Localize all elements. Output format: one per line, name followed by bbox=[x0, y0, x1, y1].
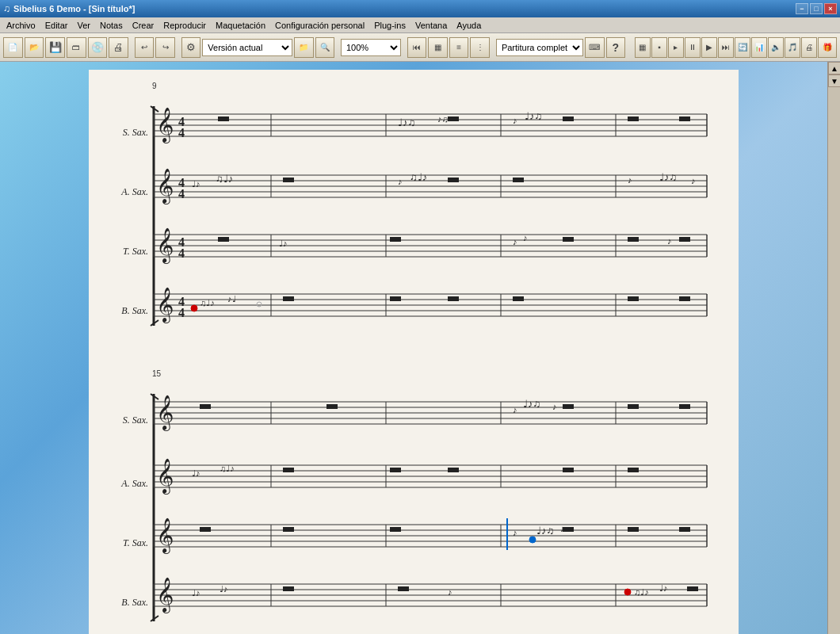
svg-text:♪: ♪ bbox=[398, 177, 403, 186]
svg-rect-24 bbox=[563, 116, 574, 121]
toolbar-icon-7[interactable]: 🔄 bbox=[735, 37, 750, 58]
title-bar: ♫ Sibelius 6 Demo - [Sin título*] − □ × bbox=[0, 0, 840, 17]
right-scroll-panel[interactable]: ▲ ▼ bbox=[827, 62, 840, 634]
score-view-select[interactable]: Partitura complet bbox=[496, 39, 583, 56]
svg-point-94 bbox=[257, 302, 262, 307]
toolbar-icon-3[interactable]: ▸ bbox=[668, 37, 684, 58]
svg-rect-100 bbox=[679, 296, 690, 301]
svg-text:A. Sax.: A. Sax. bbox=[120, 478, 148, 489]
menu-ver[interactable]: Ver bbox=[72, 19, 95, 32]
menu-editar[interactable]: Editar bbox=[40, 19, 73, 32]
svg-rect-159 bbox=[283, 527, 294, 532]
menu-ayuda[interactable]: Ayuda bbox=[452, 19, 486, 32]
redo-button[interactable]: ↪ bbox=[155, 37, 175, 58]
help-button[interactable]: ? bbox=[606, 37, 626, 58]
mixer-button[interactable]: ⋮ bbox=[470, 37, 490, 58]
svg-rect-123 bbox=[628, 404, 639, 409]
svg-text:♪: ♪ bbox=[691, 176, 696, 185]
svg-text:♩♪: ♩♪ bbox=[659, 583, 668, 593]
scroll-down-button[interactable]: ▼ bbox=[828, 74, 840, 87]
cd-button[interactable]: 💿 bbox=[88, 37, 108, 58]
menu-reproducir[interactable]: Reproducir bbox=[158, 19, 211, 32]
toolbar-icon-11[interactable]: 🖨 bbox=[801, 37, 817, 58]
svg-text:♩♪♫: ♩♪♫ bbox=[525, 110, 542, 122]
new-button[interactable]: 📄 bbox=[3, 37, 23, 58]
svg-text:♫♩♪: ♫♩♪ bbox=[410, 171, 427, 183]
svg-rect-73 bbox=[628, 237, 639, 242]
svg-rect-47 bbox=[448, 178, 459, 182]
score-page: 9 S. Sax. 𝄞 bbox=[89, 70, 739, 634]
svg-text:S. Sax.: S. Sax. bbox=[123, 127, 148, 138]
keyboard-button[interactable]: ⌨ bbox=[585, 37, 605, 58]
toolbar-icon-2[interactable]: ▪ bbox=[651, 37, 667, 58]
scroll-up-button[interactable]: ▲ bbox=[828, 62, 840, 74]
maximize-button[interactable]: □ bbox=[810, 3, 823, 14]
svg-text:♩♪♫: ♩♪♫ bbox=[536, 525, 554, 537]
toolbar-icon-4[interactable]: ⏸ bbox=[685, 37, 701, 58]
svg-text:♪: ♪ bbox=[628, 175, 632, 185]
svg-rect-72 bbox=[563, 237, 574, 242]
lines-view-button[interactable]: ≡ bbox=[449, 37, 469, 58]
svg-rect-185 bbox=[398, 586, 409, 591]
score-area[interactable]: 9 S. Sax. 𝄞 bbox=[0, 62, 827, 634]
folder-icon[interactable]: 📁 bbox=[294, 37, 314, 58]
svg-rect-141 bbox=[390, 468, 401, 472]
svg-rect-48 bbox=[513, 178, 524, 182]
svg-text:𝄞: 𝄞 bbox=[156, 577, 174, 614]
svg-text:4: 4 bbox=[178, 246, 185, 260]
svg-text:𝄞: 𝄞 bbox=[156, 518, 174, 555]
svg-rect-124 bbox=[679, 404, 690, 409]
svg-rect-168 bbox=[679, 527, 690, 532]
undo-button[interactable]: ↩ bbox=[135, 37, 155, 58]
toolbar-icon-9[interactable]: 🔈 bbox=[768, 37, 784, 58]
svg-rect-122 bbox=[563, 404, 574, 409]
svg-text:4: 4 bbox=[178, 306, 185, 319]
system-1-svg: S. Sax. 𝄞 4 4 bbox=[105, 92, 723, 353]
svg-text:♪♩: ♪♩ bbox=[227, 294, 236, 304]
svg-text:♪: ♪ bbox=[448, 587, 452, 597]
toolbar-icon-10[interactable]: 🎵 bbox=[785, 37, 800, 58]
svg-text:♫♩♪: ♫♩♪ bbox=[634, 587, 649, 597]
minimize-button[interactable]: − bbox=[796, 3, 808, 14]
system-1: 9 S. Sax. 𝄞 bbox=[105, 82, 723, 634]
print-button[interactable]: 🖨 bbox=[109, 37, 128, 58]
menu-ventana[interactable]: Ventana bbox=[410, 19, 452, 32]
svg-rect-142 bbox=[448, 468, 459, 472]
grid-view-button[interactable]: ▦ bbox=[428, 37, 448, 58]
svg-text:♫♩♪: ♫♩♪ bbox=[216, 173, 233, 185]
menu-archivo[interactable]: Archivo bbox=[2, 19, 40, 32]
svg-text:𝄞: 𝄞 bbox=[156, 168, 174, 205]
svg-rect-69 bbox=[390, 237, 401, 242]
svg-text:𝄞: 𝄞 bbox=[156, 227, 174, 265]
close-button[interactable]: × bbox=[824, 3, 837, 14]
svg-rect-140 bbox=[283, 468, 294, 472]
menu-bar: Archivo Editar Ver Notas Crear Reproduci… bbox=[0, 17, 840, 33]
svg-rect-97 bbox=[448, 296, 459, 301]
search-button[interactable]: 🔍 bbox=[315, 37, 335, 58]
svg-text:T. Sax.: T. Sax. bbox=[123, 537, 148, 548]
toolbar-icon-8[interactable]: 📊 bbox=[751, 37, 767, 58]
zoom-select[interactable]: 100% 75% 150% bbox=[341, 39, 401, 56]
menu-maquetacion[interactable]: Maquetación bbox=[211, 19, 270, 32]
svg-rect-118 bbox=[326, 404, 338, 409]
svg-text:4: 4 bbox=[178, 187, 185, 201]
svg-text:♪♫: ♪♫ bbox=[437, 114, 449, 124]
first-page-button[interactable]: ⏮ bbox=[407, 37, 427, 58]
toolbar-icon-1[interactable]: ▦ bbox=[635, 37, 651, 58]
save-button[interactable]: 💾 bbox=[45, 37, 65, 58]
version-select[interactable]: Versión actual bbox=[202, 39, 292, 56]
menu-plugins[interactable]: Plug-ins bbox=[369, 19, 410, 32]
svg-rect-117 bbox=[200, 404, 211, 409]
open-button[interactable]: 📂 bbox=[25, 37, 44, 58]
toolbar-icon-12[interactable]: 🎁 bbox=[818, 37, 837, 58]
svg-text:♩♪: ♩♪ bbox=[192, 179, 200, 189]
toolbar-icon-6[interactable]: ⏭ bbox=[718, 37, 734, 58]
menu-configuracion[interactable]: Configuración personal bbox=[270, 19, 369, 32]
save-all-button[interactable]: 🗃 bbox=[67, 37, 86, 58]
main-area: 9 S. Sax. 𝄞 bbox=[0, 62, 840, 634]
menu-notas[interactable]: Notas bbox=[95, 19, 128, 32]
svg-rect-26 bbox=[679, 116, 690, 121]
settings-icon[interactable]: ⚙ bbox=[181, 37, 201, 58]
menu-crear[interactable]: Crear bbox=[128, 19, 159, 32]
toolbar-icon-5[interactable]: ▶ bbox=[701, 37, 717, 58]
